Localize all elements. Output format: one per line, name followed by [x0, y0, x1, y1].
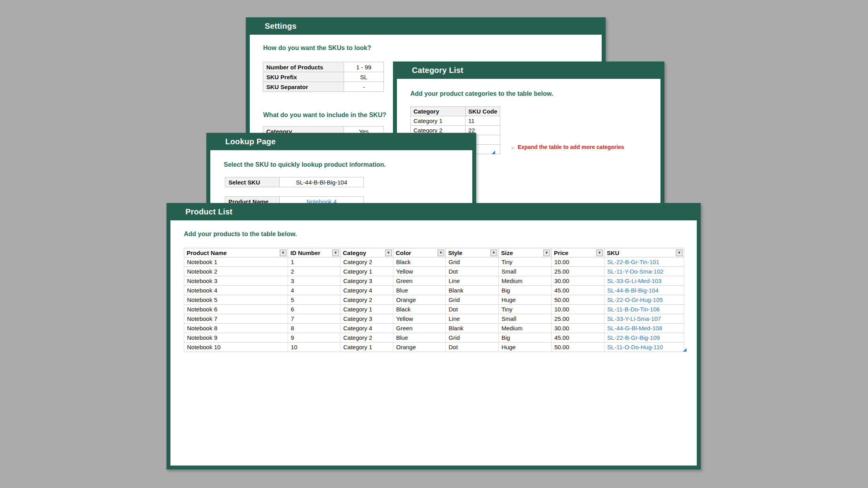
table-cell[interactable]: Blue: [393, 286, 446, 295]
table-cell[interactable]: 50.00: [552, 295, 604, 305]
table-row: Notebook 11Category 2BlackGridTiny10.00S…: [184, 257, 684, 267]
table-cell[interactable]: Category 3: [340, 314, 393, 324]
sku-link-cell[interactable]: SL-22-B-Gr-Tin-101: [604, 257, 684, 267]
table-cell[interactable]: Blank: [446, 286, 499, 295]
filter-dropdown-icon[interactable]: ▼: [332, 250, 339, 256]
table-cell[interactable]: 50.00: [552, 343, 604, 352]
table-cell[interactable]: Orange: [393, 343, 446, 352]
table-cell[interactable]: Dot: [446, 305, 499, 314]
table-cell[interactable]: 10.00: [552, 257, 604, 267]
table-cell[interactable]: Category 1: [340, 305, 393, 314]
table-cell[interactable]: Medium: [499, 276, 552, 286]
table-cell[interactable]: Notebook 6: [184, 305, 288, 314]
filter-dropdown-icon[interactable]: ▼: [676, 250, 683, 256]
table-cell[interactable]: Yellow: [393, 314, 446, 324]
table-cell[interactable]: Yellow: [393, 267, 446, 276]
table-cell[interactable]: Grid: [446, 295, 499, 305]
table-cell[interactable]: Blank: [446, 324, 499, 333]
table-cell[interactable]: 11: [466, 116, 500, 126]
table-cell[interactable]: Category 3: [340, 276, 393, 286]
table-cell[interactable]: 25.00: [552, 314, 604, 324]
sku-link-cell[interactable]: SL-11-Y-Do-Sma-102: [604, 267, 684, 276]
sku-link-cell[interactable]: SL-44-B-Bl-Big-104: [604, 286, 684, 295]
table-cell[interactable]: Category 2: [340, 257, 393, 267]
table-cell[interactable]: Category 1: [340, 267, 393, 276]
table-cell[interactable]: Black: [393, 305, 446, 314]
table-cell[interactable]: 6: [288, 305, 340, 314]
table-cell[interactable]: 4: [288, 286, 340, 295]
filter-dropdown-icon[interactable]: ▼: [280, 250, 286, 256]
table-cell[interactable]: Medium: [499, 324, 552, 333]
table-cell[interactable]: Category 4: [340, 324, 393, 333]
filter-dropdown-icon[interactable]: ▼: [385, 250, 392, 256]
table-cell[interactable]: 30.00: [552, 276, 604, 286]
sku-link-cell[interactable]: SL-33-G-Li-Med-103: [604, 276, 684, 286]
setting-value-cell[interactable]: -: [344, 82, 384, 92]
table-cell[interactable]: Notebook 7: [184, 314, 288, 324]
table-cell[interactable]: 10: [288, 343, 340, 352]
table-cell[interactable]: 7: [288, 314, 340, 324]
table-cell[interactable]: Notebook 9: [184, 333, 288, 343]
table-cell[interactable]: Notebook 8: [184, 324, 288, 333]
table-cell[interactable]: Notebook 4: [184, 286, 288, 295]
table-cell[interactable]: Dot: [446, 267, 499, 276]
table-cell[interactable]: Category 1: [340, 343, 393, 352]
table-cell[interactable]: Big: [499, 333, 552, 343]
table-cell[interactable]: Grid: [446, 333, 499, 343]
table-cell[interactable]: Line: [446, 314, 499, 324]
table-cell[interactable]: 45.00: [552, 286, 604, 295]
table-cell[interactable]: Black: [393, 257, 446, 267]
table-row: Number of Products1 - 99: [263, 62, 384, 72]
table-cell[interactable]: Big: [499, 286, 552, 295]
sku-link-cell[interactable]: SL-11-O-Do-Hug-110: [604, 343, 684, 352]
table-cell[interactable]: Notebook 2: [184, 267, 288, 276]
filter-dropdown-icon[interactable]: ▼: [596, 250, 603, 256]
table-cell[interactable]: 8: [288, 324, 340, 333]
table-cell[interactable]: Green: [393, 324, 446, 333]
table-cell[interactable]: Category 2: [340, 295, 393, 305]
setting-value-cell[interactable]: SL: [344, 72, 384, 82]
table-cell[interactable]: Blue: [393, 333, 446, 343]
table-cell[interactable]: Small: [499, 314, 552, 324]
select-sku-value[interactable]: SL-44-B-Bl-Big-104: [280, 177, 364, 187]
sku-link-cell[interactable]: SL-22-B-Gr-Big-109: [604, 333, 684, 343]
sku-link-cell[interactable]: SL-33-Y-Li-Sma-107: [604, 314, 684, 324]
table-cell[interactable]: Dot: [446, 343, 499, 352]
table-cell[interactable]: Notebook 10: [184, 343, 288, 352]
setting-value-cell[interactable]: 1 - 99: [344, 62, 384, 72]
table-cell[interactable]: Notebook 3: [184, 276, 288, 286]
sku-link-cell[interactable]: SL-44-G-Bl-Med-108: [604, 324, 684, 333]
sku-link-cell[interactable]: SL-22-O-Gr-Hug-105: [604, 295, 684, 305]
table-cell[interactable]: Line: [446, 276, 499, 286]
table-cell[interactable]: 9: [288, 333, 340, 343]
table-cell[interactable]: Category 4: [340, 286, 393, 295]
table-resize-handle-icon[interactable]: [492, 151, 495, 154]
table-cell[interactable]: Small: [499, 267, 552, 276]
filter-dropdown-icon[interactable]: ▼: [543, 250, 550, 256]
table-cell[interactable]: Category 2: [340, 333, 393, 343]
table-cell[interactable]: Green: [393, 276, 446, 286]
sku-link-cell[interactable]: SL-11-B-Do-Tin-106: [604, 305, 684, 314]
table-cell[interactable]: Huge: [499, 295, 552, 305]
table-cell[interactable]: Category 1: [411, 116, 466, 126]
table-cell[interactable]: Orange: [393, 295, 446, 305]
filter-dropdown-icon[interactable]: ▼: [490, 250, 497, 256]
table-cell[interactable]: Notebook 1: [184, 257, 288, 267]
column-header: Style▼: [446, 248, 499, 257]
table-cell[interactable]: Tiny: [499, 305, 552, 314]
table-cell[interactable]: 30.00: [552, 324, 604, 333]
table-resize-handle-icon[interactable]: [683, 348, 687, 352]
table-cell[interactable]: 10.00: [552, 305, 604, 314]
table-cell[interactable]: Notebook 5: [184, 295, 288, 305]
table-cell[interactable]: 45.00: [552, 333, 604, 343]
table-cell[interactable]: Tiny: [499, 257, 552, 267]
table-cell[interactable]: 2: [288, 267, 340, 276]
table-cell[interactable]: 1: [288, 257, 340, 267]
table-header-row: Product Name▼ID Number▼Categoy▼Color▼Sty…: [184, 248, 684, 257]
table-cell[interactable]: Huge: [499, 343, 552, 352]
table-cell[interactable]: 3: [288, 276, 340, 286]
table-cell[interactable]: 5: [288, 295, 340, 305]
table-cell[interactable]: Grid: [446, 257, 499, 267]
filter-dropdown-icon[interactable]: ▼: [438, 250, 444, 256]
table-cell[interactable]: 25.00: [552, 267, 604, 276]
